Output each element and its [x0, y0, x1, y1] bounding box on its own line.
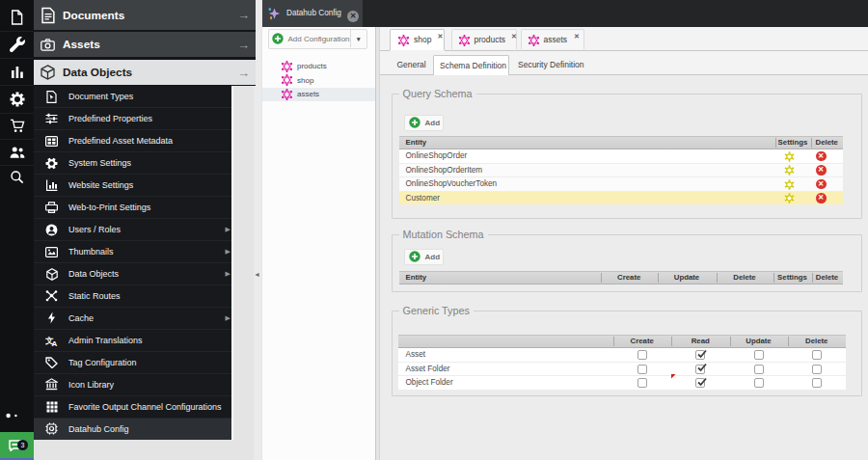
- svg-text:A: A: [52, 338, 58, 346]
